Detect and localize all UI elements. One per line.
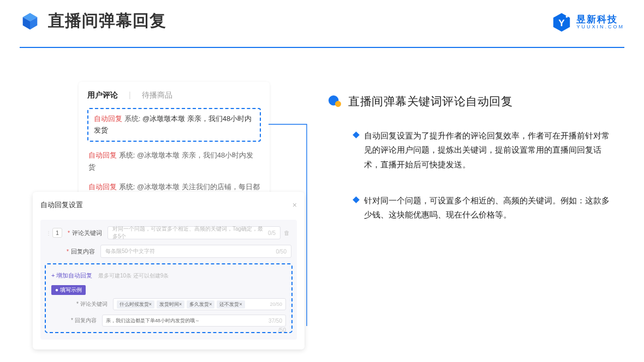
trash-icon[interactable]: 🗑 [284,230,291,236]
auto-reply-badge: 自动回复 [88,151,117,159]
auto-reply-badge: 自动回复 [94,114,122,123]
svg-point-5 [566,16,568,18]
cube-icon [20,11,40,32]
auto-reply-settings-panel: 自动回复设置 × ⋮⋮ 1 * 评论关键词 对同一个问题，可设置多个相近、高频的… [33,192,305,349]
add-hint: 最多可建10条 还可以创建9条 [98,273,169,279]
ex-keyword-label: * 评论关键词 [76,300,108,308]
diamond-bullet-icon [353,131,360,138]
ex-content-input[interactable]: 亲，我们这边都是下单48小时内发货的哦～ 37/50 [102,315,286,327]
bullet-text: 针对同一个问题，可设置多个相近的、高频的关键词。例如：这款多少钱、这块能优惠吗、… [364,194,617,222]
tab-pending-products[interactable]: 待播商品 [142,90,172,100]
tag-chip[interactable]: 还不发货× [217,300,245,309]
bullet-item: 自动回复设置为了提升作者的评论回复效率，作者可在开播前针对常见的评论用户问题，提… [354,129,617,172]
diamond-bullet-icon [353,196,360,203]
required-star: * [67,249,69,255]
content-placeholder: 每条限50个中文字符 [105,248,155,255]
brand-hex-icon: Y [551,12,572,33]
system-label: 系统: [124,114,141,123]
bullet-item: 针对同一个问题，可设置多个相近的、高频的关键词。例如：这款多少钱、这块能优惠吗、… [354,194,617,222]
ex-content-counter: 37/50 [269,318,282,324]
settings-title: 自动回复设置 [40,200,83,210]
ex-content-label: * 回复内容 [71,317,97,324]
keyword-label: 评论关键词 [72,229,102,237]
ex-keyword-input[interactable]: 什么时候发货× 发货时间× 多久发货× 还不发货× 20/50 [113,298,286,310]
system-label: 系统: [119,151,135,159]
tag-chip[interactable]: 多久发货× [187,300,214,309]
tab-divider: | [129,90,131,100]
chat-bubble-icon [327,95,342,108]
keyword-input[interactable]: 对同一个问题，可设置多个相近、高频的关键词，Tag确定，最多5个 0/5 [108,226,281,239]
highlighted-comment: 自动回复 系统: @冰墩墩本墩 亲亲，我们48小时内发货 [87,108,261,142]
tag-chip[interactable]: 什么时候发货× [117,300,154,309]
ex-content-value: 亲，我们这边都是下单48小时内发货的哦～ [106,317,200,324]
drag-handle-icon[interactable]: ⋮⋮ [46,230,50,236]
section-title: 直播间弹幕关键词评论自动回复 [348,94,512,109]
system-label: 系统: [119,183,135,191]
brand-name-cn: 昱新科技 [576,15,624,25]
keyword-placeholder: 对同一个问题，可设置多个相近、高频的关键词，Tag确定，最多5个 [112,225,268,240]
brand-name-en: YUUXIN.COM [576,25,624,30]
page-title: 直播间弹幕回复 [48,10,166,32]
svg-point-7 [335,101,341,107]
content-input[interactable]: 每条限50个中文字符 0/50 [100,245,291,258]
ex-tag-counter: 20/50 [270,301,282,307]
row-number: 1 [52,228,62,238]
tag-chip[interactable]: 发货时间× [157,300,184,309]
close-icon[interactable]: × [293,201,297,209]
bullet-text: 自动回复设置为了提升作者的评论回复效率，作者可在开播前针对常见的评论用户问题，提… [364,129,617,172]
example-label: ● 填写示例 [51,285,86,295]
example-box: + 增加自动回复 最多可建10条 还可以创建9条 ● 填写示例 * 评论关键词 … [45,263,293,333]
content-label: 回复内容 [71,248,95,256]
comment-row: 自动回复 系统: @冰墩墩本墩 亲亲，我们48小时内发货 [87,147,261,179]
brand-logo: Y 昱新科技 YUUXIN.COM [551,12,624,33]
auto-reply-badge: 自动回复 [88,183,117,191]
tab-user-comments[interactable]: 用户评论 [87,90,118,100]
required-star: * [68,230,70,236]
svg-text:Y: Y [559,18,565,28]
ghost-counter: /50 [278,327,286,333]
content-counter: 0/50 [276,249,287,255]
header-divider [20,47,624,48]
add-auto-reply-link[interactable]: + 增加自动回复 [51,272,92,280]
keyword-counter: 0/5 [268,230,276,236]
